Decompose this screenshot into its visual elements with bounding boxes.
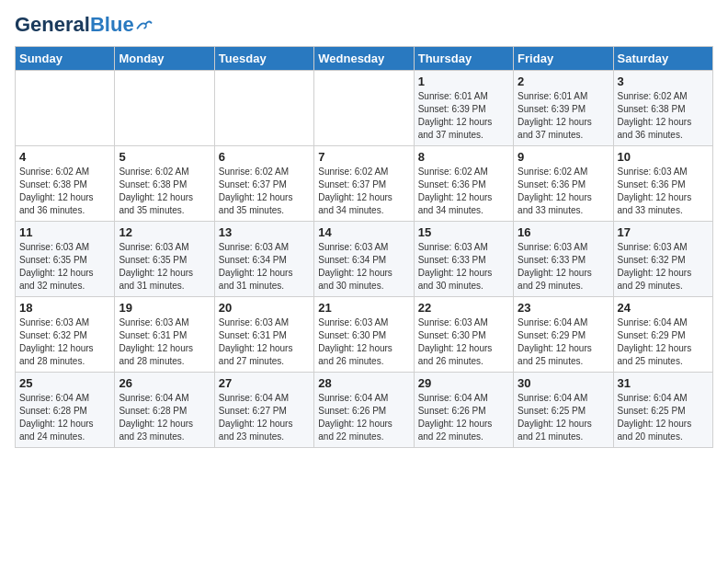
weekday-header-friday: Friday (514, 47, 613, 71)
calendar-cell: 8Sunrise: 6:02 AM Sunset: 6:36 PM Daylig… (414, 146, 513, 222)
calendar-cell: 7Sunrise: 6:02 AM Sunset: 6:37 PM Daylig… (314, 146, 414, 222)
day-number: 1 (418, 75, 509, 88)
day-number: 25 (19, 376, 110, 390)
day-number: 28 (318, 376, 409, 390)
day-info: Sunrise: 6:04 AM Sunset: 6:25 PM Dayligh… (618, 392, 709, 443)
calendar-cell: 29Sunrise: 6:04 AM Sunset: 6:26 PM Dayli… (414, 373, 513, 448)
calendar-cell: 14Sunrise: 6:03 AM Sunset: 6:34 PM Dayli… (314, 222, 414, 297)
calendar-cell: 20Sunrise: 6:03 AM Sunset: 6:31 PM Dayli… (214, 297, 313, 373)
calendar-cell (16, 71, 115, 146)
day-info: Sunrise: 6:03 AM Sunset: 6:34 PM Dayligh… (318, 241, 409, 293)
calendar-table: SundayMondayTuesdayWednesdayThursdayFrid… (15, 46, 713, 448)
day-info: Sunrise: 6:01 AM Sunset: 6:39 PM Dayligh… (518, 90, 609, 142)
day-number: 31 (618, 376, 709, 390)
day-info: Sunrise: 6:03 AM Sunset: 6:35 PM Dayligh… (119, 241, 210, 293)
calendar-cell: 23Sunrise: 6:04 AM Sunset: 6:29 PM Dayli… (514, 297, 613, 373)
day-number: 24 (618, 301, 709, 315)
weekday-header-thursday: Thursday (414, 47, 513, 71)
calendar-cell: 11Sunrise: 6:03 AM Sunset: 6:35 PM Dayli… (16, 222, 115, 297)
day-number: 12 (119, 225, 210, 239)
day-info: Sunrise: 6:04 AM Sunset: 6:28 PM Dayligh… (119, 392, 210, 443)
day-info: Sunrise: 6:02 AM Sunset: 6:37 PM Dayligh… (219, 166, 310, 217)
day-info: Sunrise: 6:02 AM Sunset: 6:36 PM Dayligh… (418, 166, 509, 217)
day-info: Sunrise: 6:03 AM Sunset: 6:33 PM Dayligh… (518, 241, 609, 293)
day-number: 29 (418, 376, 509, 390)
day-info: Sunrise: 6:02 AM Sunset: 6:38 PM Dayligh… (618, 90, 709, 142)
day-number: 21 (318, 301, 409, 315)
day-info: Sunrise: 6:04 AM Sunset: 6:25 PM Dayligh… (518, 392, 609, 443)
day-number: 8 (418, 150, 509, 164)
day-info: Sunrise: 6:02 AM Sunset: 6:38 PM Dayligh… (19, 166, 110, 217)
day-info: Sunrise: 6:03 AM Sunset: 6:32 PM Dayligh… (618, 241, 709, 293)
day-info: Sunrise: 6:04 AM Sunset: 6:29 PM Dayligh… (618, 316, 709, 368)
logo-bird-icon (136, 18, 153, 31)
calendar-cell: 6Sunrise: 6:02 AM Sunset: 6:37 PM Daylig… (214, 146, 313, 222)
calendar-cell: 5Sunrise: 6:02 AM Sunset: 6:38 PM Daylig… (115, 146, 214, 222)
day-info: Sunrise: 6:02 AM Sunset: 6:37 PM Dayligh… (318, 166, 409, 217)
weekday-header-tuesday: Tuesday (214, 47, 313, 71)
day-info: Sunrise: 6:02 AM Sunset: 6:36 PM Dayligh… (518, 166, 609, 217)
day-info: Sunrise: 6:02 AM Sunset: 6:38 PM Dayligh… (119, 166, 210, 217)
calendar-cell: 21Sunrise: 6:03 AM Sunset: 6:30 PM Dayli… (314, 297, 414, 373)
calendar-cell (115, 71, 214, 146)
day-number: 15 (418, 225, 509, 239)
day-number: 22 (418, 301, 509, 315)
day-info: Sunrise: 6:04 AM Sunset: 6:26 PM Dayligh… (418, 392, 509, 443)
day-info: Sunrise: 6:03 AM Sunset: 6:31 PM Dayligh… (219, 316, 310, 368)
calendar-cell: 22Sunrise: 6:03 AM Sunset: 6:30 PM Dayli… (414, 297, 513, 373)
day-number: 3 (618, 75, 709, 88)
calendar-cell: 31Sunrise: 6:04 AM Sunset: 6:25 PM Dayli… (613, 373, 712, 448)
day-info: Sunrise: 6:03 AM Sunset: 6:35 PM Dayligh… (19, 241, 110, 293)
weekday-header-saturday: Saturday (613, 47, 712, 71)
calendar-cell: 9Sunrise: 6:02 AM Sunset: 6:36 PM Daylig… (514, 146, 613, 222)
day-number: 14 (318, 225, 409, 239)
day-info: Sunrise: 6:03 AM Sunset: 6:36 PM Dayligh… (618, 166, 709, 217)
day-number: 18 (19, 301, 110, 315)
weekday-header-sunday: Sunday (16, 47, 115, 71)
calendar-cell: 17Sunrise: 6:03 AM Sunset: 6:32 PM Dayli… (613, 222, 712, 297)
day-info: Sunrise: 6:03 AM Sunset: 6:30 PM Dayligh… (318, 316, 409, 368)
day-number: 9 (518, 150, 609, 164)
day-info: Sunrise: 6:04 AM Sunset: 6:27 PM Dayligh… (219, 392, 310, 443)
day-number: 5 (119, 150, 210, 164)
calendar-cell: 13Sunrise: 6:03 AM Sunset: 6:34 PM Dayli… (214, 222, 313, 297)
page-header: GeneralBlue (15, 15, 713, 35)
day-number: 4 (19, 150, 110, 164)
day-number: 20 (219, 301, 310, 315)
logo-text: GeneralBlue (15, 15, 134, 35)
day-number: 30 (518, 376, 609, 390)
calendar-cell: 19Sunrise: 6:03 AM Sunset: 6:31 PM Dayli… (115, 297, 214, 373)
calendar-cell: 30Sunrise: 6:04 AM Sunset: 6:25 PM Dayli… (514, 373, 613, 448)
calendar-cell: 28Sunrise: 6:04 AM Sunset: 6:26 PM Dayli… (314, 373, 414, 448)
weekday-header-wednesday: Wednesday (314, 47, 414, 71)
day-number: 26 (119, 376, 210, 390)
day-info: Sunrise: 6:01 AM Sunset: 6:39 PM Dayligh… (418, 90, 509, 142)
day-number: 6 (219, 150, 310, 164)
weekday-header-monday: Monday (115, 47, 214, 71)
day-number: 17 (618, 225, 709, 239)
day-number: 13 (219, 225, 310, 239)
calendar-cell: 25Sunrise: 6:04 AM Sunset: 6:28 PM Dayli… (16, 373, 115, 448)
day-number: 16 (518, 225, 609, 239)
day-info: Sunrise: 6:04 AM Sunset: 6:26 PM Dayligh… (318, 392, 409, 443)
day-info: Sunrise: 6:04 AM Sunset: 6:28 PM Dayligh… (19, 392, 110, 443)
calendar-cell: 4Sunrise: 6:02 AM Sunset: 6:38 PM Daylig… (16, 146, 115, 222)
day-info: Sunrise: 6:03 AM Sunset: 6:34 PM Dayligh… (219, 241, 310, 293)
calendar-cell: 15Sunrise: 6:03 AM Sunset: 6:33 PM Dayli… (414, 222, 513, 297)
day-info: Sunrise: 6:03 AM Sunset: 6:31 PM Dayligh… (119, 316, 210, 368)
calendar-cell: 16Sunrise: 6:03 AM Sunset: 6:33 PM Dayli… (514, 222, 613, 297)
day-number: 23 (518, 301, 609, 315)
calendar-cell (314, 71, 414, 146)
day-info: Sunrise: 6:03 AM Sunset: 6:30 PM Dayligh… (418, 316, 509, 368)
calendar-cell: 2Sunrise: 6:01 AM Sunset: 6:39 PM Daylig… (514, 71, 613, 146)
calendar-cell: 3Sunrise: 6:02 AM Sunset: 6:38 PM Daylig… (613, 71, 712, 146)
calendar-cell: 27Sunrise: 6:04 AM Sunset: 6:27 PM Dayli… (214, 373, 313, 448)
calendar-cell: 10Sunrise: 6:03 AM Sunset: 6:36 PM Dayli… (613, 146, 712, 222)
day-info: Sunrise: 6:04 AM Sunset: 6:29 PM Dayligh… (518, 316, 609, 368)
calendar-cell (214, 71, 313, 146)
calendar-cell: 1Sunrise: 6:01 AM Sunset: 6:39 PM Daylig… (414, 71, 513, 146)
day-number: 2 (518, 75, 609, 88)
calendar-cell: 18Sunrise: 6:03 AM Sunset: 6:32 PM Dayli… (16, 297, 115, 373)
calendar-cell: 24Sunrise: 6:04 AM Sunset: 6:29 PM Dayli… (613, 297, 712, 373)
day-info: Sunrise: 6:03 AM Sunset: 6:32 PM Dayligh… (19, 316, 110, 368)
